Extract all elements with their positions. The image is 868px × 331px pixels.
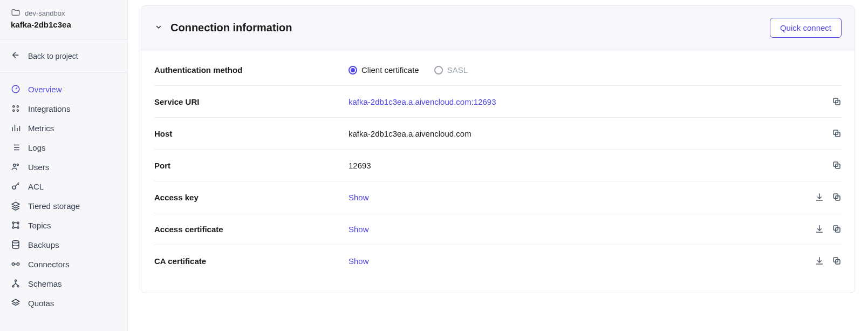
bars-icon — [11, 123, 20, 133]
access-key-label: Access key — [154, 193, 348, 202]
nav-label: ACL — [28, 182, 44, 191]
panel-body: Authentication method Client certificate… — [141, 50, 855, 293]
nav-label: Schemas — [28, 279, 62, 288]
row-service-uri: Service URI kafka-2db1c3ea.a.aivencloud.… — [154, 86, 842, 118]
auth-radio-group: Client certificate SASL — [348, 65, 842, 75]
nav-item-quotas[interactable]: Quotas — [0, 293, 127, 313]
row-port: Port 12693 — [154, 150, 842, 181]
row-auth-method: Authentication method Client certificate… — [154, 55, 842, 86]
svg-point-1 — [13, 106, 15, 107]
radio-dot-icon — [434, 66, 443, 75]
service-uri-label: Service URI — [154, 97, 348, 106]
chevron-down-icon[interactable] — [154, 23, 163, 33]
tree-icon — [11, 279, 20, 288]
database-icon — [11, 240, 20, 249]
back-label: Back to project — [28, 52, 78, 60]
svg-point-15 — [15, 280, 17, 281]
sidebar-header: dev-sandbox kafka-2db1c3ea — [0, 0, 127, 39]
sidebar: dev-sandbox kafka-2db1c3ea Back to proje… — [0, 0, 128, 331]
svg-point-17 — [17, 286, 19, 287]
list-icon — [11, 143, 20, 152]
nav-label: Logs — [28, 143, 46, 152]
host-value: kafka-2db1c3ea.a.aivencloud.com — [348, 129, 832, 138]
row-access-certificate: Access certificate Show — [154, 213, 842, 245]
key-icon — [11, 181, 20, 191]
nav-label: Backups — [28, 240, 59, 249]
nav-item-connectors[interactable]: Connectors — [0, 254, 127, 274]
copy-icon[interactable] — [832, 192, 842, 202]
arrow-left-icon — [11, 50, 20, 62]
radio-client-certificate[interactable]: Client certificate — [348, 65, 419, 75]
copy-icon[interactable] — [832, 160, 842, 170]
svg-point-13 — [12, 263, 15, 266]
copy-icon[interactable] — [832, 129, 842, 138]
host-label: Host — [154, 129, 348, 138]
nav-item-acl[interactable]: ACL — [0, 177, 127, 196]
copy-icon[interactable] — [832, 97, 842, 106]
radio-sasl[interactable]: SASL — [434, 65, 468, 75]
nav-item-overview[interactable]: Overview — [0, 79, 127, 99]
nav-item-tiered-storage[interactable]: Tiered storage — [0, 196, 127, 215]
users-icon — [11, 162, 20, 172]
svg-point-5 — [13, 164, 16, 167]
svg-point-6 — [17, 164, 18, 166]
svg-point-12 — [12, 241, 19, 244]
gauge-icon — [11, 84, 20, 94]
back-to-project[interactable]: Back to project — [0, 39, 127, 73]
svg-point-11 — [17, 227, 19, 228]
show-access-key-link[interactable]: Show — [348, 193, 369, 202]
svg-point-4 — [17, 110, 18, 111]
project-row: dev-sandbox — [11, 8, 117, 19]
show-ca-cert-link[interactable]: Show — [348, 256, 369, 266]
quick-connect-button[interactable]: Quick connect — [770, 18, 842, 38]
service-uri-value[interactable]: kafka-2db1c3ea.a.aivencloud.com:12693 — [348, 97, 832, 106]
service-name: kafka-2db1c3ea — [11, 20, 117, 29]
show-access-cert-link[interactable]: Show — [348, 225, 369, 234]
svg-point-16 — [12, 286, 14, 287]
nav-label: Tiered storage — [28, 201, 80, 211]
nav-label: Metrics — [28, 124, 54, 133]
nav-item-backups[interactable]: Backups — [0, 235, 127, 254]
nav-item-users[interactable]: Users — [0, 157, 127, 177]
nav-label: Integrations — [28, 104, 70, 113]
topics-icon — [11, 220, 20, 230]
row-access-key: Access key Show — [154, 181, 842, 213]
svg-point-9 — [17, 222, 19, 224]
plug-icon — [11, 259, 20, 269]
row-ca-certificate: CA certificate Show — [154, 245, 842, 276]
radio-dot-icon — [348, 66, 357, 75]
puzzle-icon — [11, 104, 20, 113]
nav-item-logs[interactable]: Logs — [0, 138, 127, 157]
nav-item-topics[interactable]: Topics — [0, 215, 127, 235]
download-icon[interactable] — [815, 192, 824, 202]
main-content: Connection information Quick connect Aut… — [128, 0, 868, 331]
svg-point-7 — [12, 186, 16, 189]
download-icon[interactable] — [815, 224, 824, 234]
radio-label: Client certificate — [361, 65, 419, 75]
layers-icon — [11, 201, 20, 211]
nav-label: Overview — [28, 85, 62, 94]
copy-icon[interactable] — [832, 256, 842, 266]
panel-title: Connection information — [170, 22, 292, 34]
svg-point-14 — [17, 263, 19, 266]
access-cert-label: Access certificate — [154, 225, 348, 234]
panel-header: Connection information Quick connect — [141, 6, 855, 50]
svg-point-2 — [17, 106, 18, 107]
folder-icon — [11, 8, 20, 19]
ca-cert-label: CA certificate — [154, 256, 348, 266]
row-host: Host kafka-2db1c3ea.a.aivencloud.com — [154, 118, 842, 150]
nav-label: Quotas — [28, 299, 54, 308]
svg-point-10 — [12, 227, 14, 228]
copy-icon[interactable] — [832, 224, 842, 234]
port-value: 12693 — [348, 161, 832, 170]
svg-point-8 — [12, 222, 14, 224]
svg-point-3 — [13, 110, 15, 111]
download-icon[interactable] — [815, 256, 824, 266]
stack-icon — [11, 298, 20, 308]
nav-item-metrics[interactable]: Metrics — [0, 118, 127, 138]
nav-label: Connectors — [28, 260, 70, 269]
nav-item-integrations[interactable]: Integrations — [0, 99, 127, 118]
auth-method-label: Authentication method — [154, 65, 348, 75]
nav-label: Users — [28, 163, 49, 172]
nav-item-schemas[interactable]: Schemas — [0, 274, 127, 293]
